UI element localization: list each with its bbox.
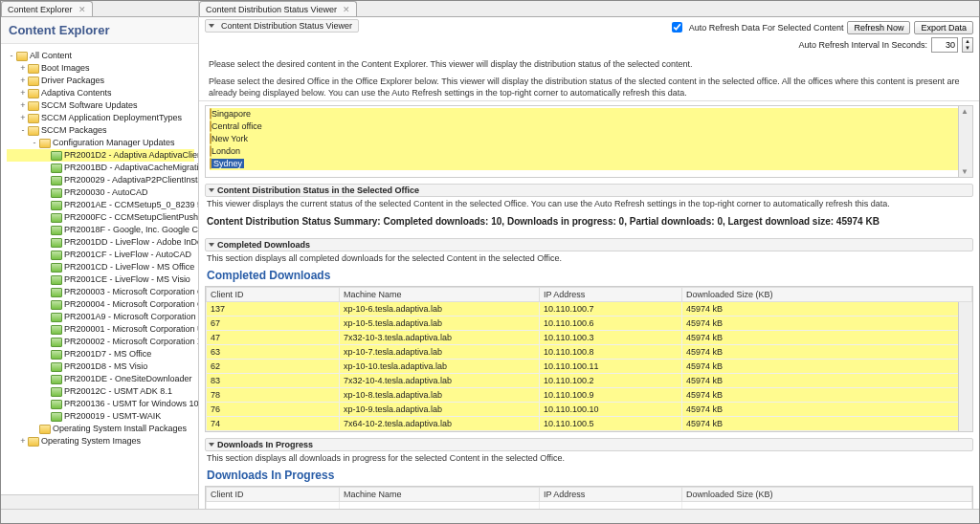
tab-status-viewer[interactable]: Content Distribution Status Viewer ✕ xyxy=(199,1,357,16)
office-explorer[interactable]: SingaporeCentral officeNew YorkLondonSyd… xyxy=(205,105,973,178)
close-icon[interactable]: ✕ xyxy=(343,5,350,14)
package-icon xyxy=(51,188,62,198)
table-cell: 83 xyxy=(207,374,340,388)
tree-item[interactable]: PR200029 - AdaptivaP2PClientInstaller xyxy=(7,174,194,186)
tree-twisty[interactable]: + xyxy=(18,99,28,112)
table-row[interactable]: 477x32-10-3.tesla.adaptiva.lab10.110.100… xyxy=(207,331,972,345)
package-icon xyxy=(51,164,62,173)
tree-item[interactable]: PR20012C - USMT ADK 8.1 xyxy=(7,385,194,398)
interval-label: Auto Refresh Interval In Seconds: xyxy=(798,40,927,50)
table-row[interactable]: 63xp-10-7.tesla.adaptiva.lab10.110.100.8… xyxy=(207,345,972,360)
section-header-completed[interactable]: Completed Downloads xyxy=(205,238,973,251)
content-tree[interactable]: -All Content+Boot Images+Driver Packages… xyxy=(1,44,198,494)
section-header-inprogress[interactable]: Downloads In Progress xyxy=(205,438,973,451)
office-item[interactable]: Singapore xyxy=(210,108,969,120)
column-header[interactable]: IP Address xyxy=(540,288,682,302)
close-icon[interactable]: ✕ xyxy=(78,5,86,14)
column-header[interactable]: Machine Name xyxy=(340,288,540,302)
inprogress-desc: This section displays all downloads in p… xyxy=(205,451,973,467)
tree-item[interactable]: PR2001DD - LiveFlow - Adobe InDesign xyxy=(7,236,194,249)
table-cell: 10.110.100.10 xyxy=(540,403,682,417)
tree-item[interactable]: PR2001CE - LiveFlow - MS Visio xyxy=(7,273,194,286)
inprogress-grid[interactable]: Client IDMachine NameIP AddressDownloade… xyxy=(205,486,973,509)
table-row xyxy=(207,502,972,510)
office-item[interactable]: Sydney xyxy=(210,158,969,170)
table-cell: 74 xyxy=(207,417,340,431)
tree-item[interactable]: PR200136 - USMT for Windows 10 xyxy=(7,398,194,410)
package-icon xyxy=(51,275,62,285)
tree-item[interactable]: PR2001CF - LiveFlow - AutoCAD xyxy=(7,249,194,261)
tree-item[interactable]: PR2001CD - LiveFlow - MS Office xyxy=(7,261,194,273)
table-row[interactable]: 67xp-10-5.tesla.adaptiva.lab10.110.100.6… xyxy=(207,317,972,331)
tree-item[interactable]: PR200003 - Microsoft Corporation Configu… xyxy=(7,286,194,298)
table-row[interactable]: 62xp-10-10.tesla.adaptiva.lab10.110.100.… xyxy=(207,360,972,374)
export-data-button[interactable]: Export Data xyxy=(914,21,973,34)
tree-twisty[interactable]: + xyxy=(18,87,28,99)
tree-item[interactable]: -All Content xyxy=(7,50,194,62)
table-row[interactable]: 137xp-10-6.tesla.adaptiva.lab10.110.100.… xyxy=(207,302,972,317)
tree-item[interactable]: PR2001D8 - MS Visio xyxy=(7,360,194,373)
tree-item[interactable]: PR200002 - Microsoft Corporation XML Not… xyxy=(7,336,194,348)
section-header-label: Content Distribution Status Viewer xyxy=(221,21,352,31)
column-header[interactable]: Machine Name xyxy=(340,488,540,502)
office-item[interactable]: London xyxy=(210,145,969,158)
tree-twisty[interactable]: - xyxy=(7,50,16,62)
tree-item[interactable]: +Boot Images xyxy=(7,62,194,75)
tab-content-explorer[interactable]: Content Explorer ✕ xyxy=(1,1,93,16)
table-row[interactable]: 837x32-10-4.tesla.adaptiva.lab10.110.100… xyxy=(207,374,972,388)
tree-item[interactable]: +SCCM Software Updates xyxy=(7,99,194,112)
stepper-icon[interactable]: ▲▼ xyxy=(962,37,973,53)
tree-item[interactable]: PR200019 - USMT-WAIK xyxy=(7,410,194,423)
tree-twisty[interactable]: - xyxy=(30,137,39,149)
column-header[interactable]: Downloaded Size (KB) xyxy=(682,488,972,502)
tree-item[interactable]: Operating System Install Packages xyxy=(7,423,194,435)
vertical-scrollbar[interactable] xyxy=(958,302,972,431)
tree-item[interactable]: PR2000FC - CCMSetupClientPush 5.0.7804.1… xyxy=(7,211,194,224)
table-row[interactable]: 78xp-10-8.tesla.adaptiva.lab10.110.100.9… xyxy=(207,388,972,403)
table-cell: xp-10-7.tesla.adaptiva.lab xyxy=(340,345,540,360)
tree-item[interactable]: +Driver Packages xyxy=(7,75,194,87)
office-item[interactable]: Central office xyxy=(210,120,969,133)
tree-item[interactable]: PR2001D7 - MS Office xyxy=(7,348,194,360)
horizontal-scrollbar[interactable] xyxy=(1,494,198,509)
interval-input[interactable] xyxy=(931,37,958,53)
table-cell: 10.110.100.7 xyxy=(540,302,682,317)
tree-item[interactable]: PR20018F - Google, Inc. Google Chrome 64… xyxy=(7,224,194,236)
column-header[interactable]: IP Address xyxy=(540,488,682,502)
tree-item[interactable]: PR2001DE - OneSiteDownloader xyxy=(7,373,194,385)
tree-twisty[interactable]: + xyxy=(18,112,28,124)
tree-item[interactable]: PR200001 - Microsoft Corporation User St… xyxy=(7,323,194,336)
section-header-viewer[interactable]: Content Distribution Status Viewer xyxy=(205,19,359,33)
tree-twisty[interactable]: + xyxy=(18,75,28,87)
vertical-scrollbar[interactable] xyxy=(958,106,972,177)
table-row[interactable]: 747x64-10-2.tesla.adaptiva.lab10.110.100… xyxy=(207,417,972,431)
tree-item[interactable]: PR2001A9 - Microsoft Corporation Microso… xyxy=(7,311,194,323)
table-row[interactable]: 76xp-10-9.tesla.adaptiva.lab10.110.100.1… xyxy=(207,403,972,417)
tree-twisty[interactable]: + xyxy=(18,62,28,75)
tree-item[interactable]: +SCCM Application DeploymentTypes xyxy=(7,112,194,124)
package-icon xyxy=(51,313,62,322)
refresh-now-button[interactable]: Refresh Now xyxy=(847,21,910,34)
office-item-label: New York xyxy=(212,134,248,143)
column-header[interactable]: Client ID xyxy=(207,288,340,302)
tree-item[interactable]: +Adaptiva Contents xyxy=(7,87,194,99)
tree-item[interactable]: +Operating System Images xyxy=(7,435,194,448)
tree-twisty[interactable]: - xyxy=(18,124,28,137)
office-item-label: Sydney xyxy=(212,159,244,168)
column-header[interactable]: Client ID xyxy=(207,488,340,502)
tree-item[interactable]: PR2001BD - AdaptivaCacheMigrationTool xyxy=(7,162,194,174)
tree-item[interactable]: PR200030 - AutoCAD xyxy=(7,186,194,199)
office-item[interactable]: New York xyxy=(210,133,969,145)
column-header[interactable]: Downloaded Size (KB) xyxy=(682,288,972,302)
tree-item-label: PR2001DE - OneSiteDownloader xyxy=(64,374,192,383)
tree-item[interactable]: PR2001D2 - Adaptiva AdaptivaClient 5.5.6… xyxy=(7,149,194,162)
completed-grid[interactable]: Client IDMachine NameIP AddressDownloade… xyxy=(205,286,973,432)
tree-twisty[interactable]: + xyxy=(18,435,28,448)
section-header-office-status[interactable]: Content Distribution Status in the Selec… xyxy=(205,184,973,197)
tree-item-label: Operating System Install Packages xyxy=(53,424,187,433)
tree-item[interactable]: PR2001AE - CCMSetup5_0_8239 5.0.8329.100… xyxy=(7,199,194,211)
tree-item[interactable]: -SCCM Packages xyxy=(7,124,194,137)
auto-refresh-checkbox[interactable] xyxy=(672,22,682,33)
tree-item[interactable]: PR200004 - Microsoft Corporation Configu… xyxy=(7,298,194,311)
tree-item[interactable]: -Configuration Manager Updates xyxy=(7,137,194,149)
